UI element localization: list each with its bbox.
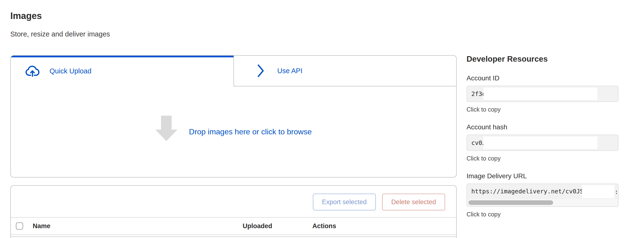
horizontal-scrollbar-track	[468, 199, 618, 206]
export-selected-button[interactable]: Export selected	[313, 194, 376, 210]
image-delivery-url-field[interactable]: https://imagedelivery.net/cv0JSj :	[466, 184, 618, 207]
table-header: Name Uploaded Actions	[11, 217, 456, 235]
image-delivery-url-value: https://imagedelivery.net/cv0JSj	[471, 188, 587, 195]
dropzone-label: Drop images here or click to browse	[189, 127, 312, 136]
account-id-section: Account ID 2f3d Click to copy	[466, 74, 618, 113]
horizontal-scrollbar-thumb[interactable]	[468, 200, 553, 205]
click-to-copy-hint: Click to copy	[466, 211, 618, 218]
developer-resources-heading: Developer Resources	[466, 54, 618, 64]
developer-resources-panel: Developer Resources Account ID 2f3d Clic…	[466, 0, 618, 218]
block-arrow-down-icon	[155, 116, 178, 141]
column-header-actions: Actions	[312, 222, 456, 230]
tab-quick-upload[interactable]: Quick Upload	[11, 56, 234, 86]
image-dropzone[interactable]: Drop images here or click to browse	[11, 86, 456, 177]
redaction-overlay	[483, 88, 597, 100]
account-id-label: Account ID	[466, 74, 618, 82]
account-id-field[interactable]: 2f3d	[466, 86, 618, 102]
tab-use-api[interactable]: Use API	[234, 56, 456, 86]
main-column: Images Store, resize and deliver images …	[10, 0, 457, 238]
list-toolbar: Export selected Delete selected	[11, 186, 456, 217]
image-delivery-url-section: Image Delivery URL https://imagedelivery…	[466, 172, 618, 218]
account-hash-label: Account hash	[466, 123, 618, 131]
tab-quick-upload-label: Quick Upload	[50, 67, 92, 75]
account-hash-field[interactable]: cv0J	[466, 135, 618, 151]
redaction-overlay	[483, 136, 597, 149]
cloud-upload-icon	[24, 65, 40, 77]
chevron-right-icon	[256, 64, 265, 78]
page-title: Images	[10, 10, 457, 21]
click-to-copy-hint: Click to copy	[466, 106, 618, 113]
select-all-checkbox[interactable]	[16, 222, 23, 230]
upload-tabs: Quick Upload Use API	[11, 56, 456, 86]
tab-use-api-label: Use API	[277, 67, 302, 75]
table-row	[11, 236, 456, 238]
upload-widget: Quick Upload Use API Drop images here or…	[10, 55, 457, 178]
image-delivery-url-tail: :	[615, 188, 617, 195]
delete-selected-button[interactable]: Delete selected	[382, 194, 445, 210]
page-subtitle: Store, resize and deliver images	[10, 30, 457, 38]
redaction-overlay	[582, 185, 614, 198]
column-header-uploaded: Uploaded	[243, 222, 312, 230]
account-hash-section: Account hash cv0J Click to copy	[466, 123, 618, 162]
image-list-panel: Export selected Delete selected Name Upl…	[10, 185, 457, 238]
image-delivery-url-label: Image Delivery URL	[466, 172, 618, 180]
column-header-name: Name	[33, 222, 243, 230]
click-to-copy-hint: Click to copy	[466, 155, 618, 162]
